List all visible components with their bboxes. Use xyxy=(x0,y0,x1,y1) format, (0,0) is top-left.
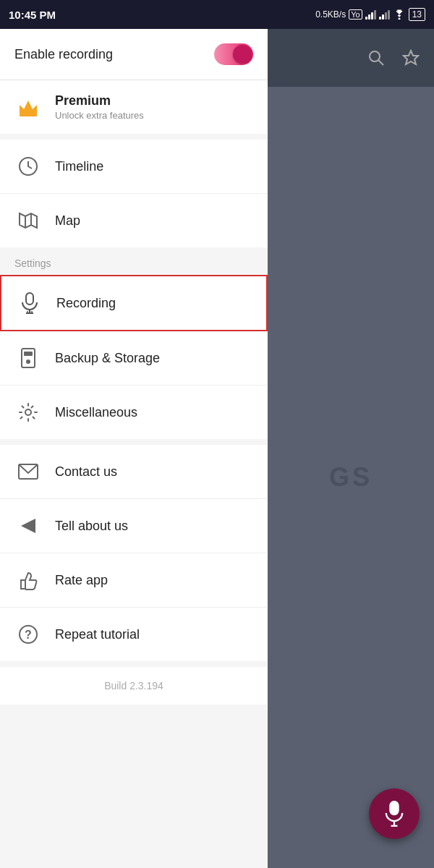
thumbsup-icon xyxy=(14,566,42,594)
timeline-icon xyxy=(14,153,42,180)
tutorial-menu-item[interactable]: ? Repeat tutorial xyxy=(0,608,268,661)
crown-icon xyxy=(14,93,42,121)
status-time: 10:45 PM xyxy=(9,9,56,21)
battery-indicator: 13 xyxy=(409,8,425,21)
tutorial-label: Repeat tutorial xyxy=(55,627,140,642)
signal-bars-2 xyxy=(379,10,390,20)
premium-sublabel: Unlock extra features xyxy=(55,110,144,121)
status-bar: 10:45 PM 0.5KB/s Yo 13 xyxy=(0,0,434,29)
microphone-icon xyxy=(16,289,43,317)
svg-marker-1 xyxy=(20,101,37,114)
premium-menu-item[interactable]: Premium Unlock extra features xyxy=(0,80,268,134)
settings-section: Recording Backup & Storage xyxy=(0,275,268,439)
fab-mic-icon xyxy=(382,800,407,827)
svg-line-22 xyxy=(379,61,384,66)
premium-label: Premium xyxy=(55,93,144,109)
svg-rect-24 xyxy=(389,801,399,815)
backup-icon xyxy=(14,344,42,372)
drawer: Enable recording Premium Unlock extra fe… xyxy=(0,0,268,868)
timeline-menu-item[interactable]: Timeline xyxy=(0,140,268,194)
svg-point-21 xyxy=(370,51,380,61)
svg-text:?: ? xyxy=(25,629,32,641)
svg-point-16 xyxy=(25,409,31,415)
search-icon[interactable] xyxy=(367,49,385,67)
tell-menu-item[interactable]: Tell about us xyxy=(0,499,268,553)
svg-rect-7 xyxy=(26,293,33,305)
backup-menu-item[interactable]: Backup & Storage xyxy=(0,331,268,386)
misc-menu-item[interactable]: Miscellaneous xyxy=(0,386,268,439)
toggle-knob xyxy=(233,45,252,64)
network-speed: 0.5KB/s xyxy=(315,9,346,20)
enable-recording-label: Enable recording xyxy=(14,47,113,62)
other-section: Contact us Tell about us Rate app xyxy=(0,445,268,661)
help-icon: ? xyxy=(14,621,42,648)
svg-point-0 xyxy=(398,18,400,20)
backup-label: Backup & Storage xyxy=(55,351,160,366)
right-panel: GS xyxy=(268,0,434,868)
map-icon xyxy=(14,207,42,234)
svg-rect-2 xyxy=(20,114,37,116)
fab-mic-button[interactable] xyxy=(369,788,420,839)
settings-section-header: Settings xyxy=(0,247,268,275)
settings-section-wrapper: Settings Recording xyxy=(0,247,268,439)
status-right: 0.5KB/s Yo 13 xyxy=(315,8,425,21)
gear-icon xyxy=(14,399,42,426)
star-icon[interactable] xyxy=(402,49,420,67)
settings-watermark: GS xyxy=(329,462,373,493)
map-menu-item[interactable]: Map xyxy=(0,194,268,247)
svg-marker-4 xyxy=(20,213,37,228)
timeline-label: Timeline xyxy=(55,159,103,174)
svg-rect-14 xyxy=(24,352,33,356)
svg-marker-23 xyxy=(404,51,418,64)
signal-bars-1 xyxy=(365,10,376,20)
email-icon xyxy=(14,458,42,485)
recording-menu-item[interactable]: Recording xyxy=(0,275,268,331)
premium-section: Premium Unlock extra features xyxy=(0,80,268,134)
network-type: Yo xyxy=(349,9,362,20)
share-icon xyxy=(14,512,42,540)
enable-recording-toggle[interactable] xyxy=(214,43,253,65)
contact-menu-item[interactable]: Contact us xyxy=(0,445,268,499)
nav-section: Timeline Map xyxy=(0,140,268,247)
right-panel-header xyxy=(268,29,434,87)
svg-point-15 xyxy=(26,359,30,364)
tell-label: Tell about us xyxy=(55,519,128,534)
rate-label: Rate app xyxy=(55,573,108,588)
recording-label: Recording xyxy=(56,296,116,311)
build-text: Build 2.3.194 xyxy=(0,667,268,705)
enable-recording-bar: Enable recording xyxy=(0,29,268,80)
right-panel-content: GS xyxy=(268,87,434,868)
svg-marker-18 xyxy=(21,519,35,533)
misc-label: Miscellaneous xyxy=(55,405,137,420)
wifi-icon xyxy=(393,9,406,20)
contact-label: Contact us xyxy=(55,464,117,480)
rate-menu-item[interactable]: Rate app xyxy=(0,553,268,608)
svg-rect-13 xyxy=(22,349,35,367)
map-label: Map xyxy=(55,213,80,229)
